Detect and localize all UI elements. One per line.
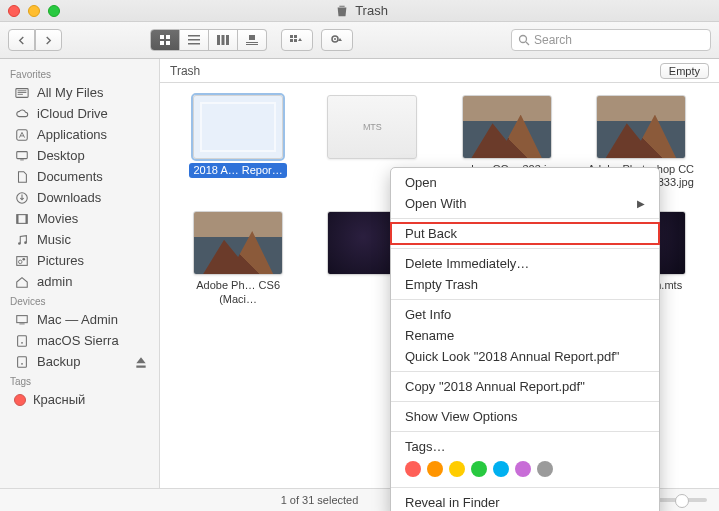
menu-item[interactable]: Empty Trash	[391, 274, 659, 295]
svg-point-31	[18, 242, 21, 245]
disk-icon	[14, 355, 30, 369]
menu-item-label: Copy "2018 Annual Report.pdf"	[405, 379, 585, 394]
sidebar-item[interactable]: Music	[0, 229, 159, 250]
search-placeholder: Search	[534, 33, 704, 47]
path-bar: Trash Empty	[160, 59, 719, 83]
sidebar-item[interactable]: Красный	[0, 389, 159, 410]
sidebar-item[interactable]: All My Files	[0, 82, 159, 103]
svg-rect-38	[18, 335, 27, 346]
sidebar-item[interactable]: admin	[0, 271, 159, 292]
svg-point-18	[334, 38, 336, 40]
zoom-window-button[interactable]	[48, 5, 60, 17]
file-thumbnail	[193, 211, 283, 275]
sidebar-item[interactable]: Pictures	[0, 250, 159, 271]
svg-point-41	[21, 362, 23, 364]
location-label: Trash	[170, 64, 200, 78]
menu-item[interactable]: Quick Look "2018 Annual Report.pdf"	[391, 346, 659, 367]
sidebar-item[interactable]: Documents	[0, 166, 159, 187]
tag-color-button[interactable]	[427, 461, 443, 477]
menu-item[interactable]: Open	[391, 172, 659, 193]
sidebar-item[interactable]: Movies	[0, 208, 159, 229]
sidebar-item[interactable]: Mac — Admin	[0, 309, 159, 330]
menu-item[interactable]: Get Info	[391, 304, 659, 325]
tag-red-icon	[14, 394, 26, 406]
empty-trash-button[interactable]: Empty	[660, 63, 709, 79]
menu-item[interactable]: Rename	[391, 325, 659, 346]
menu-item[interactable]: Put Back	[391, 223, 659, 244]
svg-rect-22	[18, 92, 27, 93]
eject-icon[interactable]	[133, 355, 149, 369]
sidebar-item-label: Documents	[37, 169, 103, 184]
sidebar-item[interactable]: Desktop	[0, 145, 159, 166]
svg-point-19	[520, 36, 527, 43]
file-item[interactable]: 2018 A… Repor…	[178, 95, 298, 189]
svg-rect-40	[18, 356, 27, 367]
nav-buttons	[8, 29, 62, 51]
tag-color-button[interactable]	[493, 461, 509, 477]
sidebar-item-label: Movies	[37, 211, 78, 226]
sidebar-item[interactable]: Backup	[0, 351, 159, 372]
minimize-window-button[interactable]	[28, 5, 40, 17]
file-label: 2018 A… Repor…	[189, 163, 286, 178]
sidebar-item[interactable]: macOS Sierra	[0, 330, 159, 351]
svg-point-39	[21, 341, 23, 343]
menu-item-label: Rename	[405, 328, 454, 343]
svg-rect-16	[294, 39, 297, 42]
tag-color-button[interactable]	[537, 461, 553, 477]
svg-rect-29	[17, 214, 19, 223]
tag-color-button[interactable]	[471, 461, 487, 477]
search-icon	[518, 34, 530, 46]
menu-item[interactable]: Open With▶	[391, 193, 659, 214]
arrange-button[interactable]	[281, 29, 313, 51]
sidebar-section-header: Devices	[0, 292, 159, 309]
sidebar-item[interactable]: Downloads	[0, 187, 159, 208]
action-button[interactable]	[321, 29, 353, 51]
icon-view-button[interactable]	[150, 29, 180, 51]
svg-rect-36	[17, 315, 28, 322]
close-window-button[interactable]	[8, 5, 20, 17]
menu-separator	[391, 371, 659, 372]
menu-item-label: Quick Look "2018 Annual Report.pdf"	[405, 349, 619, 364]
sidebar-item[interactable]: iCloud Drive	[0, 103, 159, 124]
svg-rect-23	[18, 93, 23, 94]
toolbar: Search	[0, 22, 719, 59]
menu-item[interactable]: Copy "2018 Annual Report.pdf"	[391, 376, 659, 397]
svg-rect-21	[18, 90, 27, 91]
disk-icon	[14, 334, 30, 348]
column-view-button[interactable]	[209, 29, 238, 51]
forward-button[interactable]	[35, 29, 62, 51]
sidebar-item[interactable]: Applications	[0, 124, 159, 145]
svg-rect-1	[166, 35, 170, 39]
svg-rect-24	[17, 129, 28, 140]
titlebar: Trash	[0, 0, 719, 22]
svg-rect-0	[160, 35, 164, 39]
menu-separator	[391, 299, 659, 300]
menu-item[interactable]: Show View Options	[391, 406, 659, 427]
tag-color-button[interactable]	[515, 461, 531, 477]
menu-item[interactable]: Delete Immediately…	[391, 253, 659, 274]
menu-item[interactable]: Tags…	[391, 436, 659, 457]
file-label: Adobe Ph… CS6 (Maci…	[178, 279, 298, 305]
svg-rect-8	[222, 35, 225, 45]
window-title-text: Trash	[355, 3, 388, 18]
list-view-button[interactable]	[180, 29, 209, 51]
svg-rect-14	[294, 35, 297, 38]
sidebar-item-label: Downloads	[37, 190, 101, 205]
back-button[interactable]	[8, 29, 35, 51]
menu-item-label: Put Back	[405, 226, 457, 241]
sidebar-item-label: Applications	[37, 127, 107, 142]
coverflow-view-button[interactable]	[238, 29, 267, 51]
file-item[interactable]: Adobe Ph… CS6 (Maci…	[178, 211, 298, 305]
tag-color-button[interactable]	[405, 461, 421, 477]
menu-item-label: Show View Options	[405, 409, 518, 424]
sidebar-item-label: Pictures	[37, 253, 84, 268]
sidebar-item-label: Desktop	[37, 148, 85, 163]
menu-separator	[391, 431, 659, 432]
menu-item[interactable]: Reveal in Finder	[391, 492, 659, 511]
search-field[interactable]: Search	[511, 29, 711, 51]
menu-item-label: Get Info	[405, 307, 451, 322]
context-menu: OpenOpen With▶Put BackDelete Immediately…	[390, 167, 660, 511]
tag-color-button[interactable]	[449, 461, 465, 477]
svg-rect-7	[217, 35, 220, 45]
sidebar-item-label: Backup	[37, 354, 80, 369]
